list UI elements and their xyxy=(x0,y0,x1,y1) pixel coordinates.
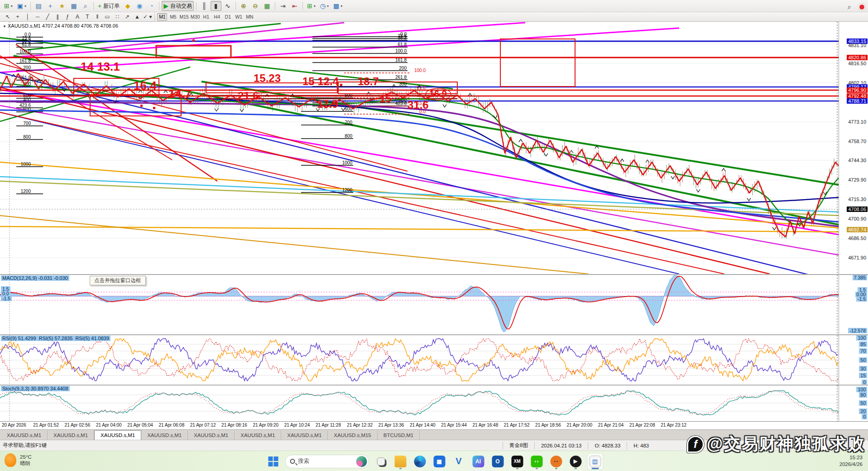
wechat-button[interactable]: ◖◗ xyxy=(529,454,544,469)
scale-label: 100 xyxy=(856,387,867,392)
data-window-button[interactable]: + xyxy=(45,1,56,11)
timeframe-h4[interactable]: H4 xyxy=(212,13,222,21)
macd-pane[interactable]: MACD(12,26,9) -0.031 -0.030 点击并拖拉窗口边框 7.… xyxy=(0,275,868,334)
tester-button[interactable]: ⌕ xyxy=(80,1,91,11)
tile-windows-button[interactable]: ▦ xyxy=(262,1,273,11)
xm-app-button[interactable]: XM xyxy=(509,454,525,469)
zoom-out-button[interactable]: ⊖ xyxy=(250,1,261,11)
new-chart-button[interactable]: ⊞▾ xyxy=(2,1,14,11)
time-axis-label: 21 Apr 06:08 xyxy=(159,423,185,428)
price-chart-pane[interactable]: ▼ XAUUSD.s,M1 4707.24 4708.80 4706.78 47… xyxy=(0,22,868,274)
time-axis-label: 21 Apr 05:04 xyxy=(127,423,153,428)
chart-title: ▼ XAUUSD.s,M1 4707.24 4708.80 4706.78 47… xyxy=(3,23,118,29)
cycle-lines-tool[interactable]: ǁ xyxy=(93,13,102,21)
svg-text:100.0: 100.0 xyxy=(395,48,407,53)
chart-tab-2[interactable]: XAUUSD.s,M1 xyxy=(48,431,94,440)
rsi-pane[interactable]: RSI(9) 51.4299 RSI(5) 57.2835 RSI(5) 41.… xyxy=(0,335,868,384)
fibonacci-tool[interactable]: ƒ xyxy=(63,13,72,21)
edge-button[interactable] xyxy=(412,454,427,469)
chart-tab-8[interactable]: XAUUSD.s,M15 xyxy=(328,431,377,440)
new-order-button[interactable]: +新订单 xyxy=(96,1,121,11)
timeframe-h1[interactable]: H1 xyxy=(201,13,211,21)
rsi-canvas[interactable] xyxy=(0,335,839,384)
start-button[interactable] xyxy=(265,454,281,469)
timeframe-w1[interactable]: W1 xyxy=(234,13,244,21)
chart-tab-9[interactable]: BTCUSD,M1 xyxy=(378,431,420,440)
office-button[interactable]: O xyxy=(490,454,505,469)
community-button[interactable]: ◉ xyxy=(134,1,145,11)
tile-windows-icon: ▦ xyxy=(264,2,270,10)
zoom-in-button[interactable]: ⊕ xyxy=(238,1,249,11)
hline-tool[interactable]: ─ xyxy=(33,13,42,21)
chart-tab-6[interactable]: XAUUSD.s,M1 xyxy=(235,431,281,440)
vline-tool[interactable]: │ xyxy=(23,13,32,21)
globe-button[interactable]: ◔ xyxy=(146,1,157,11)
owl-app-button[interactable]: • • xyxy=(548,454,564,469)
mt5-button[interactable]: ◫ xyxy=(587,454,603,469)
stochastic-pane[interactable]: Stoch(9,3,3) 30.8970 34.4408 1008050200 xyxy=(0,385,868,421)
notification-badge-icon[interactable] xyxy=(858,4,865,10)
ai-app-button[interactable]: AI xyxy=(470,454,486,469)
navigator-button[interactable]: ★ xyxy=(57,1,67,11)
autotrading-button[interactable]: ▶自动交易 xyxy=(162,1,194,11)
timeframe-m5[interactable]: M5 xyxy=(168,13,178,21)
weather-temp: 25°C xyxy=(20,454,32,460)
store-button[interactable]: ▦ xyxy=(432,454,447,469)
media-player-button[interactable]: ▶ xyxy=(568,454,583,469)
chart-dropdown-icon[interactable]: ▼ xyxy=(3,24,6,29)
candles-button[interactable]: ▮ xyxy=(211,1,221,11)
bars-button[interactable]: ║ xyxy=(199,1,210,11)
rectangle-tool[interactable]: ▭ xyxy=(103,13,112,21)
time-axis-label: 21 Apr 11:28 xyxy=(316,423,341,428)
channel-tool[interactable]: ∥ xyxy=(53,13,62,21)
svg-text:61.8: 61.8 xyxy=(398,42,407,47)
line-chart-button[interactable]: ∿ xyxy=(222,1,233,11)
taskbar-clock[interactable]: 15:23 2026/4/26 xyxy=(839,454,863,468)
trendline-tool[interactable]: ╱ xyxy=(43,13,52,21)
arrow-tool[interactable]: ↗ xyxy=(123,13,132,21)
chart-tab-3[interactable]: XAUUSD.s,M1 xyxy=(94,430,141,440)
search-icon[interactable]: ⌕ xyxy=(844,2,855,12)
timeframe-d1[interactable]: D1 xyxy=(223,13,233,21)
triangle-tool[interactable]: ▲ xyxy=(133,13,142,21)
timeframe-m15[interactable]: M15 xyxy=(179,13,189,21)
templates-button[interactable]: ▩▾ xyxy=(331,1,344,11)
windows-taskbar: 25°C 晴朗 搜索▦VAIOXM◖◗• •▶◫ 15:23 2026/4/26 xyxy=(0,451,868,471)
timeframe-mn[interactable]: MN xyxy=(245,13,254,21)
market-watch-button[interactable]: ▤ xyxy=(33,1,44,11)
terminal-button[interactable]: ▦ xyxy=(68,1,79,11)
app-open-dot xyxy=(536,468,538,469)
svg-text:161.8: 161.8 xyxy=(19,58,31,63)
timeframe-m30[interactable]: M30 xyxy=(190,13,200,21)
indicators-button[interactable]: ⊞▾ xyxy=(305,1,317,11)
chart-tab-4[interactable]: XAUUSD.s,M1 xyxy=(141,431,188,440)
text-tool[interactable]: A xyxy=(73,13,82,21)
file-explorer-button[interactable] xyxy=(393,454,408,469)
copilot-button[interactable]: V xyxy=(451,454,466,469)
crosshair-tool[interactable]: + xyxy=(13,13,22,21)
price-axis-label: 4758.70 xyxy=(848,139,866,144)
time-axis-label: 21 Apr 15:44 xyxy=(441,423,467,428)
price-axis: 4833.154831.104820.864816.504802.104799.… xyxy=(839,22,868,274)
cursor-tool[interactable]: ↖ xyxy=(3,13,12,21)
stoch-canvas[interactable] xyxy=(0,385,839,421)
timeframe-m1[interactable]: M1 xyxy=(157,13,167,21)
autoscroll-button[interactable]: ⇥ xyxy=(278,1,288,11)
chart-tab-7[interactable]: XAUUSD.s,M1 xyxy=(281,431,328,440)
task-view-button[interactable] xyxy=(373,454,388,469)
label-tool[interactable]: T xyxy=(83,13,92,21)
main-chart-canvas[interactable]: 0.023.638.261.8100.0161.8200261.83004004… xyxy=(0,22,839,274)
check-tool[interactable]: ✓ ▾ xyxy=(143,13,152,21)
chart-shift-button[interactable]: ⇤ xyxy=(289,1,300,11)
periods-button[interactable]: ◷▾ xyxy=(318,1,331,11)
profiles-button[interactable]: ▣▾ xyxy=(15,1,28,11)
search-box[interactable]: 搜索 xyxy=(285,455,369,468)
chart-tab-1[interactable]: XAUUSD.s,M1 xyxy=(1,431,48,440)
pattern-tool[interactable]: ∷ xyxy=(113,13,122,21)
metaeditor-button[interactable]: ◆ xyxy=(122,1,133,11)
price-axis-label: 4773.10 xyxy=(848,119,866,125)
svg-text:700: 700 xyxy=(23,121,31,126)
chart-tab-5[interactable]: XAUUSD.s,M1 xyxy=(188,431,235,440)
weather-widget[interactable]: 25°C 晴朗 xyxy=(5,453,32,467)
time-axis[interactable]: 20 Apr 202621 Apr 01:5221 Apr 02:5621 Ap… xyxy=(0,421,868,429)
